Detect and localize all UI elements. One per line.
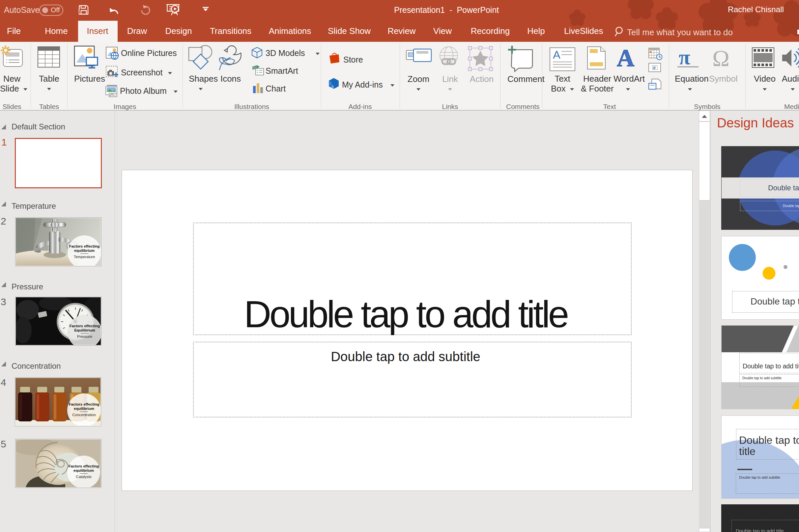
svg-text:Temperature: Temperature (74, 255, 95, 259)
svg-text:π: π (679, 46, 690, 69)
svg-text:#: # (653, 65, 656, 71)
svg-text:Equilibrium: Equilibrium (74, 328, 95, 332)
svg-text:Factors effecting: Factors effecting (70, 324, 100, 328)
svg-text:equilibrium: equilibrium (74, 249, 94, 252)
svg-text:Factors effecting: Factors effecting (69, 402, 99, 406)
svg-text:Factors effecting: Factors effecting (69, 464, 99, 468)
svg-text:Catalysts: Catalysts (76, 475, 92, 479)
svg-text:Factors effecting: Factors effecting (69, 244, 100, 248)
svg-text:A: A (553, 49, 560, 61)
svg-text:Pressure: Pressure (77, 335, 92, 338)
svg-text:Concentration: Concentration (72, 413, 96, 417)
svg-text:A: A (617, 46, 634, 70)
svg-text:Ω: Ω (712, 46, 729, 70)
svg-text:equilibrium: equilibrium (73, 469, 94, 472)
svg-text:equilibrium: equilibrium (74, 406, 94, 411)
